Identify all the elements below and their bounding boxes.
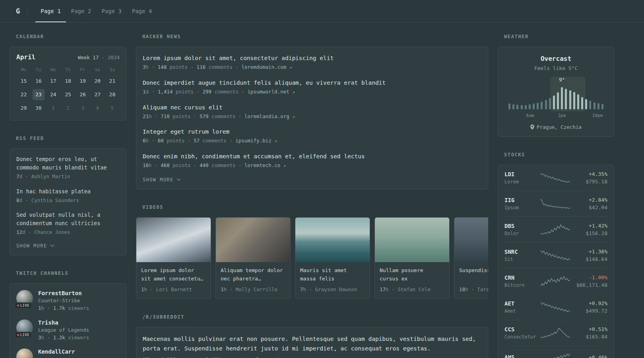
hn-item-domain[interactable]: ipsumworld.net ↗: [247, 89, 295, 95]
stock-name: Bitcorn: [504, 282, 538, 288]
hn-item-domain[interactable]: loremdomain.com ↗: [241, 64, 292, 70]
rss-item[interactable]: In hac habitasse platea8d · Cynthia Saun…: [16, 187, 120, 204]
stock-values: +1.36%$148.64: [572, 249, 607, 262]
stock-price: $165.84: [572, 334, 607, 340]
hn-item-domain[interactable]: ipsumify.biz ↗: [235, 138, 277, 144]
hn-item[interactable]: Donec imperdiet augue tincidunt felis al…: [143, 79, 481, 96]
calendar-day[interactable]: 5: [106, 103, 118, 114]
sr-item-meta: 19h · 9,932 points · 1,090 comments · lo…: [143, 356, 481, 358]
calendar-day[interactable]: 24: [47, 89, 59, 100]
twitch-channel[interactable]: LIVETrishaLeague of Legends3h · 1.2k vie…: [16, 319, 120, 342]
calendar-day[interactable]: 21: [106, 76, 118, 87]
stock-row[interactable]: CRNBitcorn-1.00%$66,171.48: [504, 268, 607, 294]
calendar-day[interactable]: 3: [77, 103, 89, 114]
section-title-rss: RSS FEED: [16, 136, 126, 141]
stock-change: +0.92%: [572, 300, 607, 306]
stock-row[interactable]: DBSDolor+1.42%$156.28: [504, 216, 607, 242]
section-title-hacker-news: HACKER NEWS: [142, 34, 488, 39]
rss-item-meta: 8d · Cynthia Saunders: [16, 197, 120, 204]
weather-daylight-highlight: [550, 77, 586, 111]
app-logo[interactable]: G: [16, 7, 20, 15]
tab-page-3[interactable]: Page 3: [96, 0, 127, 22]
tab-page-2[interactable]: Page 2: [66, 0, 97, 22]
stock-change: +0.46%: [572, 354, 607, 358]
weather-peak-label: 9°: [559, 77, 564, 83]
weather-location[interactable]: Prague, Czechia: [506, 124, 606, 130]
external-link-icon: ↗: [274, 138, 277, 144]
rss-item[interactable]: Donec tempor eros leo, ut commodo mauris…: [16, 155, 120, 181]
stock-symbol-block: AETAmet: [504, 300, 538, 314]
weather-bar: [585, 99, 587, 109]
video-card[interactable]: Lorem ipsum dolor sit amet consectetu…1h…: [136, 217, 211, 299]
subreddit-card: Maecenas mollis pulvinar erat non posuer…: [136, 327, 488, 358]
calendar-day[interactable]: 18: [62, 76, 74, 87]
rss-item[interactable]: Sed volutpat nulla nisl, a condimentum n…: [16, 211, 120, 236]
stock-row[interactable]: IIGIpsum+2.84%$42.04: [504, 191, 607, 216]
calendar-day[interactable]: 17: [47, 76, 59, 87]
hn-item[interactable]: Aliquam nec cursus elit21h · 710 points …: [143, 103, 481, 121]
video-card[interactable]: Nullam posuere cursus ex17h · Stefan Col…: [374, 217, 450, 299]
calendar-day-header: We: [50, 67, 56, 72]
stock-symbol-block: CCSConsectetur: [504, 326, 538, 340]
calendar-day[interactable]: 20: [91, 76, 103, 87]
hn-item[interactable]: Integer eget rutrum lorem6h · 60 points …: [143, 128, 481, 145]
calendar-day[interactable]: 25: [62, 89, 74, 100]
stock-change: -1.00%: [572, 274, 607, 280]
weather-bar: [594, 102, 596, 109]
weather-times: 6am2pm10pm: [508, 113, 603, 119]
weather-bar: [529, 104, 531, 109]
twitch-avatar: LIVE: [16, 290, 33, 307]
calendar-day[interactable]: 27: [91, 89, 103, 100]
rss-show-more-button[interactable]: SHOW MORE: [16, 243, 54, 249]
calendar-day[interactable]: 22: [18, 89, 30, 100]
video-card[interactable]: Mauris sit amet massa felis7h · Grayson …: [295, 217, 370, 299]
calendar-day[interactable]: 1: [47, 103, 59, 114]
hn-item[interactable]: Donec enim nibh, condimentum et accumsan…: [143, 152, 481, 169]
twitch-channel[interactable]: LIVEForrestBurtonCounter-Strike1h · 1.7k…: [16, 290, 120, 312]
hn-item-domain[interactable]: loremtech.co ↗: [244, 162, 286, 168]
weather-bar: [525, 105, 527, 109]
calendar-day[interactable]: 26: [77, 89, 89, 100]
rss-list: Donec tempor eros leo, ut commodo mauris…: [16, 155, 120, 236]
video-card[interactable]: Aliquam tempor dolor nec pharetra…1h · M…: [215, 217, 291, 299]
calendar-day[interactable]: 30: [33, 103, 45, 114]
twitch-channel-category: Counter-Strike: [38, 298, 89, 304]
calendar-day[interactable]: 19: [77, 76, 89, 87]
hn-item-domain[interactable]: loremlandia.org ↗: [244, 113, 295, 119]
hn-item-meta: 3h · 148 points · 116 comments · loremdo…: [143, 64, 481, 71]
video-thumbnail: [454, 218, 488, 262]
hn-item[interactable]: Lorem ipsum dolor sit amet, consectetur …: [143, 54, 481, 71]
stock-change: +0.51%: [572, 326, 607, 332]
stock-price: $499.72: [572, 308, 607, 314]
section-title-subreddit: /R/SUBREDDIT: [142, 314, 488, 320]
stock-row[interactable]: LDILorem+4.35%$795.18: [504, 165, 607, 191]
weather-widget: WEATHER Overcast Feels like 5°C 9° 6am2p…: [498, 34, 614, 137]
stock-row[interactable]: SNRCSit+1.36%$148.64: [504, 242, 607, 268]
sr-item-domain[interactable]: loremnet.xyz ↗: [256, 356, 298, 358]
tab-page-1[interactable]: Page 1: [35, 0, 66, 22]
video-card[interactable]: Suspendisse diam18h · Tara: [454, 217, 488, 299]
chevron-down-icon: [177, 177, 180, 181]
calendar-day[interactable]: 29: [18, 103, 30, 114]
sr-item[interactable]: Maecenas mollis pulvinar erat non posuer…: [143, 335, 481, 358]
calendar-day[interactable]: 2: [62, 103, 74, 114]
calendar-day[interactable]: 15: [18, 76, 30, 87]
rss-item-title: Donec tempor eros leo, ut commodo mauris…: [16, 155, 120, 172]
weather-bar: [577, 94, 579, 109]
stock-values: +0.46%: [572, 354, 607, 358]
rss-card: Donec tempor eros leo, ut commodo mauris…: [10, 148, 126, 255]
tab-page-4[interactable]: Page 4: [127, 0, 157, 22]
hn-show-more-button[interactable]: SHOW MORE: [143, 177, 180, 183]
calendar-day[interactable]: 28: [106, 89, 118, 100]
calendar-day[interactable]: 4: [91, 103, 103, 114]
calendar-day[interactable]: 23: [33, 89, 45, 100]
external-link-icon: ↗: [292, 90, 295, 95]
stock-row[interactable]: AETAmet+0.92%$499.72: [504, 294, 607, 320]
videos-widget: VIDEOS Lorem ipsum dolor sit amet consec…: [136, 204, 488, 299]
twitch-channel[interactable]: KendallCarr: [16, 348, 120, 358]
stock-row[interactable]: CCSConsectetur+0.51%$165.84: [504, 320, 607, 346]
calendar-day[interactable]: 16: [33, 76, 45, 87]
middle-column: HACKER NEWS Lorem ipsum dolor sit amet, …: [136, 34, 488, 358]
stock-row[interactable]: AHS+0.46%: [504, 346, 607, 358]
weather-bar: [569, 90, 571, 109]
